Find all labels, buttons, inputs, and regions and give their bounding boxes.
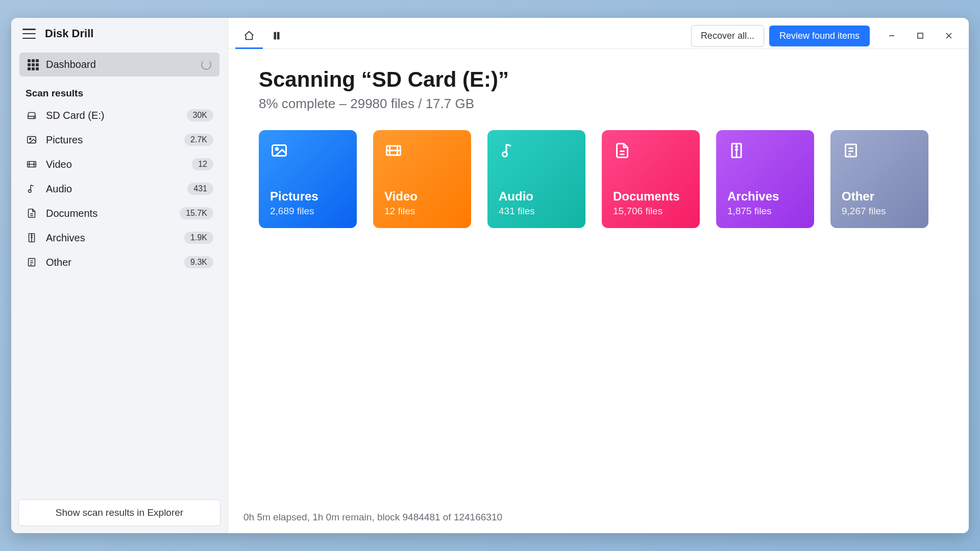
nav-list: SD Card (E:) 30K Pictures 2.7K Video 12 … (11, 103, 228, 492)
count-badge: 30K (187, 109, 213, 121)
sidebar-item-label: Pictures (46, 134, 176, 146)
sidebar: Disk Drill Dashboard Scan results SD Car… (11, 18, 228, 533)
card-subtitle: 9,267 files (842, 206, 917, 217)
card-title: Pictures (270, 189, 346, 204)
sidebar-item-label: Other (46, 257, 176, 268)
count-badge: 1.9K (184, 232, 213, 244)
home-icon (243, 30, 255, 41)
sidebar-header: Disk Drill (11, 18, 228, 49)
show-in-explorer-button[interactable]: Show scan results in Explorer (18, 499, 220, 526)
sidebar-item-dashboard[interactable]: Dashboard (19, 53, 219, 77)
card-video[interactable]: Video 12 files (373, 130, 471, 228)
sidebar-footer: Show scan results in Explorer (11, 492, 228, 533)
image-icon (270, 141, 288, 160)
card-other[interactable]: Other 9,267 files (830, 130, 928, 228)
page-subtitle: 8% complete – 29980 files / 17.7 GB (259, 96, 938, 112)
card-title: Other (842, 189, 917, 204)
svg-rect-7 (274, 33, 276, 39)
maximize-button[interactable] (908, 26, 933, 46)
minimize-button[interactable] (879, 26, 904, 46)
content-area: Scanning “SD Card (E:)” 8% complete – 29… (228, 49, 969, 502)
titlebar: Recover all... Review found items (228, 18, 969, 49)
sidebar-item-label: Video (46, 159, 184, 170)
count-badge: 12 (192, 158, 213, 170)
dashboard-label: Dashboard (46, 59, 194, 70)
card-subtitle: 15,706 files (613, 206, 689, 217)
window-controls (879, 26, 962, 46)
audio-icon (499, 141, 517, 160)
pause-button[interactable] (263, 23, 290, 48)
home-tab[interactable] (235, 23, 263, 48)
document-icon (26, 207, 38, 219)
sidebar-item-sdcard[interactable]: SD Card (E:) 30K (11, 103, 228, 128)
main-panel: Recover all... Review found items Scanni… (228, 18, 969, 533)
card-subtitle: 1,875 files (727, 206, 803, 217)
maximize-icon (917, 32, 924, 39)
card-title: Video (384, 189, 460, 204)
sidebar-item-label: Archives (46, 232, 176, 244)
svg-rect-8 (278, 33, 279, 39)
drive-icon (26, 109, 38, 121)
svg-point-13 (503, 152, 507, 157)
pause-icon (271, 30, 282, 41)
review-found-items-button[interactable]: Review found items (769, 26, 870, 46)
close-icon (945, 32, 952, 39)
category-cards: Pictures 2,689 files Video 12 files Audi… (259, 130, 938, 228)
other-icon (26, 256, 38, 268)
recover-all-button[interactable]: Recover all... (691, 25, 764, 47)
app-window: Disk Drill Dashboard Scan results SD Car… (11, 18, 969, 533)
sidebar-item-video[interactable]: Video 12 (11, 152, 228, 177)
card-subtitle: 431 files (499, 206, 574, 217)
video-icon (384, 141, 403, 160)
sidebar-item-label: Documents (46, 208, 172, 219)
sidebar-item-documents[interactable]: Documents 15.7K (11, 201, 228, 226)
hamburger-icon[interactable] (22, 29, 36, 39)
svg-rect-1 (28, 137, 36, 143)
status-bar: 0h 5m elapsed, 1h 0m remain, block 94844… (228, 502, 969, 533)
archive-icon (26, 232, 38, 244)
video-icon (26, 158, 38, 170)
image-icon (26, 134, 38, 146)
count-badge: 431 (187, 183, 213, 195)
card-subtitle: 12 files (384, 206, 460, 217)
sidebar-item-archives[interactable]: Archives 1.9K (11, 226, 228, 250)
svg-rect-9 (918, 33, 923, 38)
app-title: Disk Drill (45, 27, 93, 40)
sidebar-item-label: SD Card (E:) (46, 110, 179, 121)
section-title: Scan results (11, 80, 228, 103)
sidebar-item-audio[interactable]: Audio 431 (11, 177, 228, 201)
spinner-icon (201, 60, 211, 70)
card-title: Audio (499, 189, 574, 204)
card-subtitle: 2,689 files (270, 206, 346, 217)
card-archives[interactable]: Archives 1,875 files (716, 130, 814, 228)
count-badge: 9.3K (184, 256, 213, 268)
card-title: Documents (613, 189, 689, 204)
card-documents[interactable]: Documents 15,706 files (602, 130, 700, 228)
document-icon (613, 141, 631, 160)
svg-point-0 (34, 117, 34, 118)
count-badge: 2.7K (184, 134, 213, 146)
count-badge: 15.7K (180, 207, 213, 219)
card-pictures[interactable]: Pictures 2,689 files (259, 130, 357, 228)
svg-point-2 (30, 138, 31, 140)
other-icon (842, 141, 860, 160)
card-audio[interactable]: Audio 431 files (487, 130, 585, 228)
close-button[interactable] (936, 26, 962, 46)
page-title: Scanning “SD Card (E:)” (259, 67, 938, 92)
grid-icon (28, 59, 39, 70)
svg-point-4 (29, 190, 32, 193)
archive-icon (727, 141, 746, 160)
minimize-icon (888, 32, 895, 39)
sidebar-item-label: Audio (46, 183, 179, 195)
card-title: Archives (727, 189, 803, 204)
sidebar-item-other[interactable]: Other 9.3K (11, 250, 228, 274)
sidebar-item-pictures[interactable]: Pictures 2.7K (11, 128, 228, 152)
svg-point-11 (276, 148, 278, 151)
audio-icon (26, 183, 38, 195)
